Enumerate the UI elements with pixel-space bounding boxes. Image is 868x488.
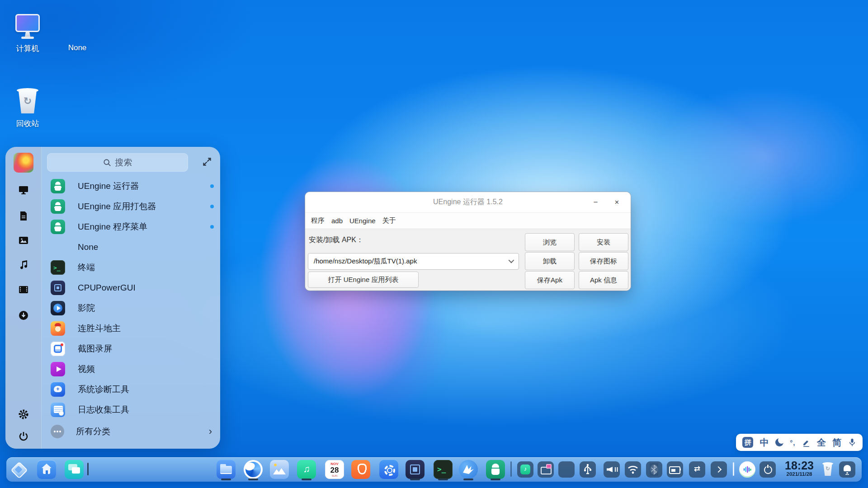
ime-lang-mode[interactable]: 中 (760, 436, 769, 449)
voice-mic-icon[interactable] (848, 438, 856, 447)
uengine-runner-window: UEngine 运行器 1.5.2 − × 程序adbUEngine关于 安装/… (305, 192, 631, 291)
ime-fullwidth-mode[interactable]: 全 (817, 436, 826, 449)
desktop-icon-none[interactable]: None (56, 9, 99, 52)
launcher-app-item[interactable]: 连胜斗地主 (42, 318, 220, 338)
ime-pinyin-badge[interactable]: 拼 (742, 437, 753, 448)
launcher-cube-icon[interactable] (9, 460, 28, 479)
dock-separator (510, 461, 512, 477)
minimize-button[interactable]: − (585, 192, 606, 212)
dock-browser[interactable] (244, 460, 263, 479)
tray-virtual-keyboard[interactable] (538, 461, 554, 478)
handwriting-pencil-icon[interactable] (802, 438, 811, 447)
dock-image-viewer[interactable] (270, 460, 289, 479)
taskbar-clock[interactable]: 18:23 2021/11/28 (776, 460, 823, 477)
uninstall-button[interactable]: 卸载 (525, 252, 575, 270)
dock-terminal[interactable] (434, 460, 453, 479)
tray-music-mini[interactable] (517, 461, 533, 478)
running-indicator (302, 479, 311, 480)
ime-punctuation-mode[interactable]: °, (790, 439, 795, 446)
all-categories-item[interactable]: 所有分类 › (42, 422, 220, 441)
app-icon (51, 240, 65, 254)
tray-network-transfer-icon[interactable] (689, 461, 705, 478)
settings-gear-icon[interactable] (18, 409, 29, 420)
videos-icon[interactable] (18, 284, 29, 295)
launcher-app-item[interactable]: UEngine 应用打包器 (42, 196, 220, 216)
user-avatar[interactable] (14, 153, 33, 173)
launcher-app-item[interactable]: 终端 (42, 257, 220, 277)
tray-screen-capture[interactable] (558, 461, 575, 478)
menu-item[interactable]: adb (331, 217, 343, 225)
computer-icon[interactable] (18, 184, 29, 195)
tray-expand-chevron-icon[interactable] (711, 461, 727, 478)
tray-volume-icon[interactable] (604, 461, 620, 478)
launcher-app-item[interactable]: 影院 (42, 298, 220, 318)
dock-file-manager[interactable] (217, 460, 236, 479)
voice-assistant-icon[interactable] (739, 461, 755, 478)
mini-trash-icon[interactable]: ↻ (820, 461, 836, 478)
launcher-app-item[interactable]: 系统诊断工具 (42, 379, 220, 399)
app-label: 截图录屏 (78, 343, 210, 355)
menu-item[interactable]: 关于 (382, 216, 396, 225)
running-indicator (248, 479, 258, 480)
launcher-app-item[interactable]: UEngine 运行器 (42, 176, 220, 196)
dock-calendar[interactable]: NOV 28 SUN (325, 460, 344, 479)
app-label: UEngine 运行器 (78, 180, 210, 192)
home-icon[interactable] (37, 460, 56, 479)
computer-icon (15, 13, 40, 39)
all-categories-label: 所有分类 (76, 426, 209, 437)
launcher-app-item[interactable]: 视频 (42, 359, 220, 379)
missing-icon (56, 9, 99, 43)
tray-wifi-icon[interactable] (625, 461, 641, 478)
launcher-app-item[interactable]: 截图录屏 (42, 338, 220, 359)
tray-separator (733, 462, 734, 476)
menu-bar: 程序adbUEngine关于 (305, 212, 631, 229)
open-app-list-button[interactable]: 打开 UEngine 应用列表 (308, 272, 419, 288)
apk-path-value: /home/nsz/Desktop/茄瓜TV(1).apk (314, 257, 417, 266)
running-indicator (221, 479, 231, 480)
tray-bluetooth-icon[interactable] (646, 461, 662, 478)
save-icon-button[interactable]: 保存图标 (579, 252, 628, 270)
menu-item[interactable]: UEngine (349, 217, 376, 225)
dock-cpupowergui[interactable] (406, 460, 425, 479)
dock-uengine-android[interactable] (486, 460, 505, 479)
multitask-view-icon[interactable] (65, 460, 84, 479)
dock-control-center[interactable] (379, 460, 398, 479)
calendar-day: 28 (330, 466, 339, 474)
notification-bell-icon[interactable] (839, 461, 855, 478)
launcher-app-item[interactable]: None (42, 237, 220, 257)
search-input[interactable]: 搜索 (47, 153, 188, 172)
launcher-app-item[interactable]: 日志收集工具 (42, 399, 220, 420)
shutdown-icon[interactable] (760, 461, 776, 478)
pictures-icon[interactable] (18, 235, 29, 246)
desktop-icon-computer[interactable]: 计算机 (6, 9, 49, 54)
apk-info-button[interactable]: Apk 信息 (579, 271, 628, 289)
dock-music-player[interactable] (297, 460, 316, 479)
power-icon[interactable] (18, 431, 29, 441)
expand-fullscreen-icon[interactable] (201, 156, 213, 168)
app-label: 影院 (78, 302, 210, 314)
apk-path-combobox[interactable]: /home/nsz/Desktop/茄瓜TV(1).apk (308, 253, 519, 270)
install-button[interactable]: 安装 (579, 233, 628, 251)
ime-simplified-mode[interactable]: 简 (832, 436, 841, 449)
browse-button[interactable]: 浏览 (525, 233, 575, 251)
tray-usb-icon[interactable] (580, 461, 596, 478)
running-indicator (463, 479, 473, 480)
launcher-app-item[interactable]: UEngine 程序菜单 (42, 216, 220, 237)
launcher-app-item[interactable]: CPUPowerGUI (42, 277, 220, 298)
menu-item[interactable]: 程序 (311, 216, 325, 225)
desktop-icon-recycle-bin[interactable]: ↻ 回收站 (6, 84, 49, 129)
dock-app-store[interactable] (351, 460, 370, 479)
desktop-icon-label: None (56, 43, 99, 52)
music-icon[interactable] (18, 259, 29, 270)
tray-battery-icon[interactable] (667, 461, 683, 478)
save-apk-button[interactable]: 保存Apk (525, 271, 575, 289)
documents-icon[interactable] (18, 211, 29, 221)
ime-toolbar: 拼 中 °, 全 简 (736, 434, 863, 451)
app-label: 连胜斗地主 (78, 323, 210, 334)
close-button[interactable]: × (607, 192, 627, 212)
dark-mode-moon-icon[interactable] (775, 438, 783, 446)
running-indicator (410, 479, 420, 480)
dock-feishu[interactable] (459, 460, 478, 479)
downloads-icon[interactable] (18, 310, 29, 321)
window-titlebar[interactable]: UEngine 运行器 1.5.2 (305, 192, 631, 212)
